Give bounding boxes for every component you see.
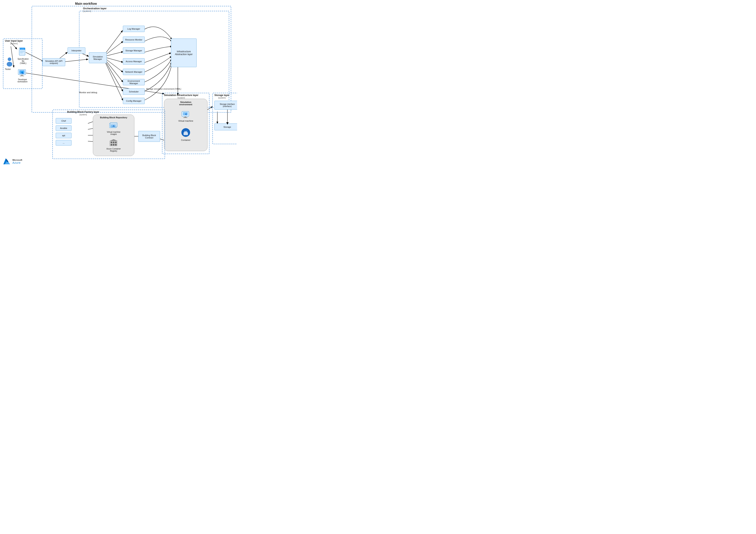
bb-contract-box: Building Block Contract: [138, 131, 160, 142]
svg-rect-58: [111, 141, 112, 143]
manage-sim-env-text: Manage simulation environment [YAML]: [146, 88, 181, 90]
bb-factory-layer-label: Building Block Factory layer [system]: [67, 111, 99, 116]
chef-box: Chef: [56, 118, 71, 124]
svg-rect-51: [184, 132, 187, 133]
sim-api-label: Simulation API (API endpoint): [44, 60, 64, 64]
svg-marker-64: [110, 139, 118, 141]
vm-images-label: Virtual machine images: [93, 131, 134, 135]
sim-env-label: Simulation environment: [164, 101, 207, 106]
storage-layer-sublabel: [system]: [218, 97, 226, 99]
bb-factory-sublabel: [system]: [79, 114, 87, 116]
apt-label: apt: [62, 134, 65, 137]
spec-file-icon: </>: [19, 47, 27, 58]
spec-file-label: Specification file (YAML): [16, 58, 30, 64]
dev-workstation-icon: [18, 69, 27, 78]
ansible-label: Ansible: [60, 127, 67, 129]
container-label: Container: [164, 139, 207, 141]
dev-workstation-text: Developer workstation: [17, 78, 28, 83]
env-manager-label: Environment Manager: [125, 80, 143, 85]
storage-box: Storage: [214, 123, 237, 130]
svg-rect-61: [111, 144, 112, 145]
bb-repo-label: Building Block Repository: [93, 116, 134, 119]
svg-rect-63: [115, 144, 117, 145]
diagram-container: Main workflow Orchestration layer [syste…: [0, 0, 237, 168]
svg-rect-50: [183, 132, 188, 135]
svg-rect-59: [113, 141, 114, 143]
svg-rect-44: [183, 112, 188, 115]
apt-box: apt: [56, 133, 71, 138]
svg-rect-39: [21, 75, 23, 76]
svg-rect-40: [20, 76, 24, 76]
resource-monitor-label: Resource Monitor: [125, 38, 143, 41]
svg-point-30: [7, 62, 12, 66]
user-input-title: User input layer: [5, 39, 23, 42]
sim-infra-title: Simulation Infrastructure layer: [164, 94, 199, 97]
sim-env-box: Simulation environment Virtual machine p…: [164, 99, 207, 151]
storage-manager-box: Storage Manager: [123, 47, 145, 54]
network-manager-label: Network Manager: [125, 71, 143, 73]
interpreter-label: Interpreter: [71, 49, 82, 52]
storage-interface-box: Storage interface (interface): [214, 101, 237, 110]
log-manager-label: Log Manager: [127, 28, 140, 30]
resource-monitor-box: Resource Monitor: [123, 37, 145, 43]
svg-rect-46: [183, 117, 187, 118]
storage-arrow: [227, 110, 228, 123]
vm-icon: [181, 110, 190, 119]
user-input-sublabel: [system]: [10, 42, 17, 45]
infra-abstraction-label: Infrastructure Abstraction layer: [173, 50, 195, 56]
manage-sim-env-label: Manage simulation environment [YAML]: [146, 88, 181, 90]
log-manager-box: Log Manager: [123, 26, 145, 32]
env-manager-box: Environment Manager: [123, 79, 145, 85]
azure-container-registry-label: Azure Container Registry: [93, 148, 134, 152]
orchestration-layer-title: Orchestration layer: [83, 7, 106, 10]
storage-layer-title: Storage layer: [214, 94, 230, 97]
infra-abstraction-box: Infrastructure Abstraction layer: [171, 38, 197, 67]
svg-text:</>: </>: [21, 48, 24, 50]
tester-label: Tester: [5, 68, 11, 70]
bb-contract-label: Building Block Contract: [142, 134, 156, 139]
ansible-box: Ansible: [56, 125, 71, 131]
virtual-machine-label: Virtual machine: [164, 120, 207, 122]
simulation-manager-box: Simulation Manager: [89, 52, 107, 63]
azure-container-registry-icon: [109, 139, 118, 147]
storage-interface-label: Storage interface (interface): [220, 103, 235, 108]
spec-file-text: Specification file (YAML): [17, 58, 29, 64]
svg-rect-62: [113, 144, 114, 145]
ms-azure-branding: Microsoft Azure: [3, 158, 22, 165]
dev-workstation-label: Developer workstation: [15, 78, 30, 83]
access-manager-box: Access Manager: [123, 58, 145, 64]
container-icon: pod: [181, 128, 191, 138]
vm-images-icon: [109, 122, 118, 130]
sim-infra-layer-label: Simulation Infrastructure layer [system]: [164, 94, 199, 99]
config-manager-label: Config Manager: [126, 100, 142, 102]
access-manager-label: Access Manager: [126, 60, 142, 63]
svg-rect-45: [184, 116, 186, 117]
config-manager-box: Config Manager: [123, 98, 145, 104]
chef-label: Chef: [61, 120, 66, 122]
microsoft-label: Microsoft: [13, 159, 22, 161]
simulation-manager-label: Simulation Manager: [91, 56, 105, 60]
monitor-debug-label: Monitor and debug: [79, 91, 97, 94]
storage-layer-label: Storage layer [system]: [214, 94, 230, 99]
storage-manager-label: Storage Manager: [125, 49, 142, 52]
scheduler-label: Scheduler: [129, 90, 139, 93]
tester-icon: [6, 57, 14, 67]
storage-label: Storage: [224, 126, 231, 128]
dots-label: ...: [63, 141, 65, 144]
network-manager-box: Network Manager: [123, 69, 145, 75]
storage-layer-box: [212, 93, 237, 144]
azure-label: Azure: [13, 161, 22, 164]
dots-box: ...: [56, 140, 71, 145]
sim-api-box: Simulation API (API endpoint): [42, 58, 65, 66]
bb-factory-title: Building Block Factory layer: [67, 111, 99, 114]
user-input-layer-label: User input layer [system]: [5, 39, 23, 45]
bb-repo-box: Building Block Repository Virtual machin…: [93, 114, 134, 156]
svg-rect-60: [115, 141, 117, 143]
interpreter-box: Interpreter: [68, 47, 85, 54]
scheduler-box: Scheduler: [123, 89, 145, 95]
svg-point-29: [8, 58, 11, 61]
main-workflow-label: Main workflow: [75, 2, 97, 6]
